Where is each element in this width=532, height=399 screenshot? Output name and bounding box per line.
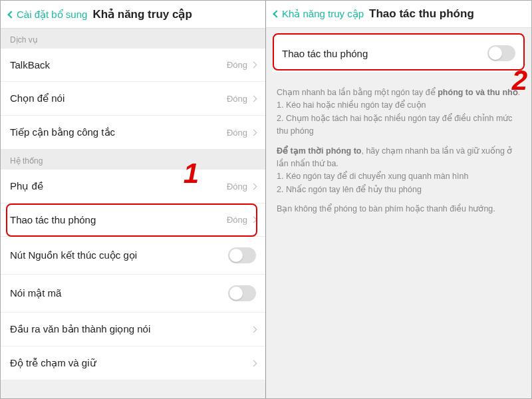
back-button[interactable]: Cài đặt bổ sung: [9, 9, 87, 21]
toggle-speak-password[interactable]: [228, 285, 256, 301]
back-button[interactable]: Khả năng truy cập: [274, 8, 364, 20]
row-label: Chọn để nói: [10, 92, 65, 104]
back-label: Cài đặt bổ sung: [17, 9, 87, 21]
page-title: Thao tác thu phóng: [369, 7, 474, 21]
row-label: Thao tác thu phóng: [10, 214, 96, 225]
toggle-knob: [489, 47, 502, 60]
back-label: Khả năng truy cập: [282, 8, 364, 20]
header: Cài đặt bổ sung Khả năng truy cập: [1, 1, 265, 29]
content: Thao tác thu phóng: [266, 28, 531, 78]
chevron-right-icon: [251, 95, 257, 102]
section-system: Hệ thống: [1, 150, 265, 170]
chevron-right-icon: [251, 326, 257, 332]
chevron-right-icon: [251, 183, 257, 190]
page-title: Khả năng truy cập: [92, 7, 192, 21]
screen-magnification: Khả năng truy cập Thao tác thu phóng Tha…: [266, 1, 531, 398]
row-right: [251, 361, 256, 366]
row-magnification[interactable]: Thao tác thu phóng Đóng: [1, 203, 265, 237]
status-text: Đóng: [227, 94, 247, 104]
desc-p3: Bạn không thể phóng to bàn phím hoặc tha…: [277, 203, 521, 215]
row-label: Nói mật mã: [10, 287, 61, 299]
chevron-right-icon: [251, 360, 257, 366]
row-right: Đóng: [227, 94, 256, 104]
row-switch-access[interactable]: Tiếp cận bằng công tắc Đóng: [1, 116, 265, 150]
row-right: [251, 327, 256, 332]
desc-p2: Để tạm thời phóng to, hãy chạm nhanh ba …: [277, 145, 521, 197]
chevron-right-icon: [251, 129, 257, 136]
chevron-right-icon: [251, 62, 257, 68]
row-right: Đóng: [227, 60, 256, 70]
toggle-knob: [229, 287, 243, 300]
chevron-left-icon: [7, 11, 15, 18]
toggle-magnification[interactable]: [487, 45, 515, 61]
row-magnification-toggle[interactable]: Thao tác thu phóng: [273, 35, 525, 72]
status-text: Đóng: [227, 128, 247, 138]
toggle-knob: [229, 249, 243, 262]
toggle-wrap: Thao tác thu phóng: [273, 35, 525, 72]
chevron-right-icon: [251, 217, 257, 223]
row-label: Phụ đề: [10, 180, 43, 192]
row-captions[interactable]: Phụ đề Đóng: [1, 170, 265, 203]
header: Khả năng truy cập Thao tác thu phóng: [266, 1, 531, 28]
row-talkback[interactable]: TalkBack Đóng: [1, 49, 265, 82]
status-text: Đóng: [227, 182, 247, 192]
section-service: Dịch vụ: [1, 29, 265, 49]
chevron-left-icon: [273, 10, 280, 17]
row-power-end-call[interactable]: Nút Nguồn kết thúc cuộc gọi: [1, 237, 265, 275]
row-label: Tiếp cận bằng công tắc: [10, 126, 115, 138]
row-right: Đóng: [227, 182, 256, 192]
row-touch-delay[interactable]: Độ trễ chạm và giữ: [1, 346, 265, 380]
row-magnification-wrap: Thao tác thu phóng Đóng: [1, 203, 265, 237]
status-text: Đóng: [227, 215, 247, 225]
row-speak-password[interactable]: Nói mật mã: [1, 275, 265, 313]
screen-accessibility: Cài đặt bổ sung Khả năng truy cập Dịch v…: [1, 1, 266, 398]
description-text: Chạm nhanh ba lần bằng một ngón tay để p…: [266, 78, 531, 230]
row-label: Đầu ra văn bản thành giọng nói: [10, 323, 150, 335]
row-label: TalkBack: [10, 59, 50, 70]
row-right: Đóng: [227, 215, 256, 225]
row-label: Nút Nguồn kết thúc cuộc gọi: [10, 249, 137, 261]
desc-p1: Chạm nhanh ba lần bằng một ngón tay để p…: [277, 86, 521, 138]
row-right: Đóng: [227, 128, 256, 138]
status-text: Đóng: [227, 60, 247, 70]
toggle-power-end-call[interactable]: [228, 247, 256, 263]
row-label: Độ trễ chạm và giữ: [10, 357, 96, 369]
row-tts[interactable]: Đầu ra văn bản thành giọng nói: [1, 313, 265, 346]
row-select-speak[interactable]: Chọn để nói Đóng: [1, 82, 265, 116]
row-label: Thao tác thu phóng: [282, 48, 368, 59]
